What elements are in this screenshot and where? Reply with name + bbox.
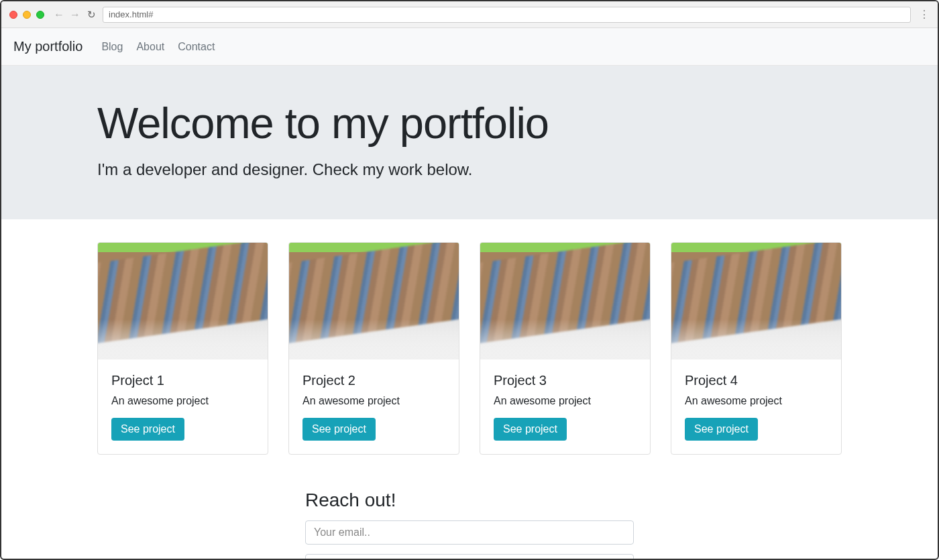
browser-chrome: ← → ↻ index.html# ⋮ (1, 1, 938, 28)
contact-heading: Reach out! (305, 490, 634, 511)
contact-section: Reach out! (305, 490, 634, 560)
see-project-button[interactable]: See project (685, 418, 758, 441)
email-field[interactable] (305, 520, 634, 545)
project-description: An awesome project (302, 395, 445, 407)
project-image (671, 243, 841, 359)
browser-menu-icon[interactable]: ⋮ (919, 8, 930, 21)
project-title: Project 4 (685, 373, 828, 388)
message-field[interactable] (305, 554, 634, 560)
nav-link-about[interactable]: About (136, 41, 164, 53)
address-bar[interactable]: index.html# (103, 7, 911, 23)
minimize-window-button[interactable] (23, 11, 31, 19)
browser-nav-arrows: ← → (54, 9, 80, 21)
project-description: An awesome project (111, 395, 254, 407)
nav-link-blog[interactable]: Blog (101, 41, 123, 53)
url-text: index.html# (109, 9, 153, 19)
back-button-icon[interactable]: ← (54, 9, 64, 21)
project-image (98, 243, 268, 359)
close-window-button[interactable] (9, 11, 17, 19)
project-card: Project 3 An awesome project See project (480, 242, 651, 455)
nav-link-contact[interactable]: Contact (178, 41, 215, 53)
projects-row: Project 1 An awesome project See project… (97, 242, 842, 455)
window-controls (9, 11, 44, 19)
project-title: Project 1 (111, 373, 254, 388)
hero-subtitle: I'm a developer and designer. Check my w… (97, 160, 842, 179)
project-title: Project 3 (494, 373, 637, 388)
forward-button-icon[interactable]: → (70, 9, 80, 21)
project-card: Project 2 An awesome project See project (288, 242, 459, 455)
navbar: My portfolio Blog About Contact (1, 28, 938, 66)
maximize-window-button[interactable] (36, 11, 44, 19)
project-description: An awesome project (494, 395, 637, 407)
project-card: Project 4 An awesome project See project (671, 242, 842, 455)
project-image (289, 243, 459, 359)
hero-section: Welcome to my portfolio I'm a developer … (1, 66, 938, 219)
see-project-button[interactable]: See project (494, 418, 567, 441)
reload-icon[interactable]: ↻ (87, 9, 96, 21)
hero-title: Welcome to my portfolio (97, 98, 842, 148)
navbar-brand[interactable]: My portfolio (13, 39, 82, 54)
project-description: An awesome project (685, 395, 828, 407)
see-project-button[interactable]: See project (302, 418, 376, 441)
project-image (480, 243, 650, 359)
navbar-nav: Blog About Contact (101, 41, 215, 53)
project-title: Project 2 (302, 373, 445, 388)
project-card: Project 1 An awesome project See project (97, 242, 268, 455)
see-project-button[interactable]: See project (111, 418, 184, 441)
